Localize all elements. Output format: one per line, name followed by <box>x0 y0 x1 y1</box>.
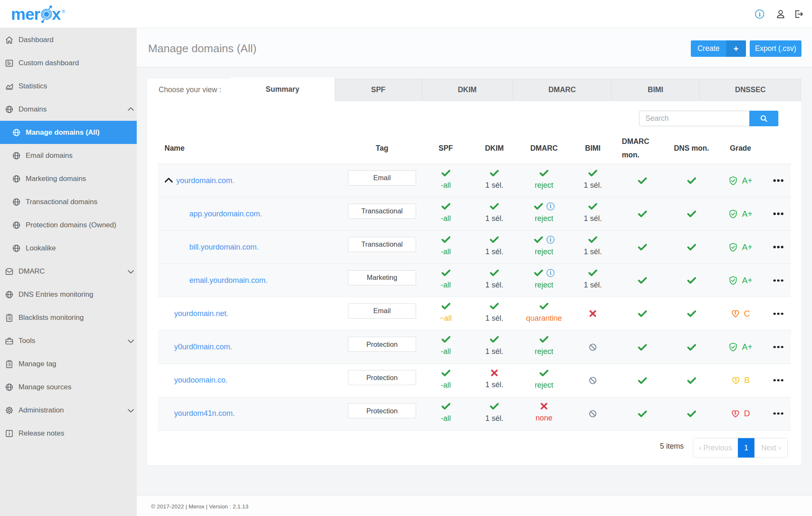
svg-text:i: i <box>549 270 551 276</box>
svg-text:i: i <box>549 203 551 210</box>
svg-text:®: ® <box>62 9 65 14</box>
svg-text:mer: mer <box>11 5 40 23</box>
svg-text:x: x <box>52 5 61 23</box>
svg-text:i: i <box>759 11 760 18</box>
svg-text:i: i <box>549 237 551 243</box>
